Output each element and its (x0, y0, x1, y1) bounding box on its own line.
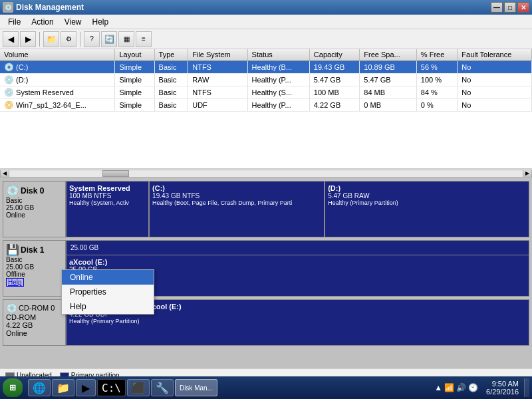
cdrom0-size: 4.22 GB (6, 321, 63, 329)
disk0-partition-c[interactable]: (C:) 19.43 GB NTFS Healthy (Boot, Page F… (150, 182, 325, 237)
window: 💿 Disk Management — □ ✕ File Action View… (0, 0, 532, 399)
menu-file[interactable]: File (3, 16, 26, 28)
col-type[interactable]: Type (154, 49, 188, 61)
cell-volume: 💿 System Reserved (0, 86, 115, 99)
table-row[interactable]: 💿 (D:) Simple Basic RAW Healthy (P... 5.… (0, 74, 532, 86)
table-row[interactable]: 💿 (C:) Simple Basic NTFS Healthy (B... 1… (0, 61, 532, 74)
back-button[interactable]: ◀ (3, 31, 19, 47)
window-title: Disk Management (16, 3, 491, 12)
taskbar-app-diskmgmt[interactable]: Disk Man... (175, 379, 217, 396)
col-fault[interactable]: Fault Tolerance (458, 49, 532, 61)
close-button[interactable]: ✕ (517, 2, 529, 13)
tray-arrow[interactable]: ▲ (434, 383, 442, 392)
ctx-online-label: Online (70, 273, 93, 282)
cell-fs: UDF (188, 99, 247, 112)
taskbar-app-media[interactable]: ▶ (76, 379, 96, 396)
tray-network[interactable]: 📶 (444, 383, 454, 392)
cell-fs: NTFS (188, 61, 247, 74)
taskbar-app-ie[interactable]: 🌐 (28, 379, 51, 396)
cell-layout: Simple (115, 74, 154, 86)
window-controls: — □ ✕ (491, 2, 529, 13)
col-capacity[interactable]: Capacity (309, 49, 359, 61)
cell-pct: 84 % (416, 86, 457, 99)
disk0-name: Disk 0 (21, 186, 44, 196)
title-bar: 💿 Disk Management — □ ✕ (0, 0, 532, 15)
maximize-button[interactable]: □ (504, 2, 516, 13)
p1-name: aXcool (E:) (69, 258, 526, 266)
disk1-status: Offline (6, 271, 63, 278)
ctx-properties[interactable]: Properties (62, 285, 154, 299)
col-pct[interactable]: % Free (416, 49, 457, 61)
extra-button-1[interactable]: ▦ (118, 31, 134, 47)
show-desktop-button[interactable] (524, 378, 529, 397)
help-button[interactable]: ? (84, 31, 100, 47)
cell-type: Basic (154, 74, 188, 86)
ctx-properties-label: Properties (70, 287, 106, 297)
cell-free: 0 MB (360, 99, 417, 112)
tray-volume[interactable]: 🔊 (456, 383, 466, 392)
forward-button[interactable]: ▶ (20, 31, 36, 47)
clock: 9:50 AM 6/29/2016 (483, 380, 521, 396)
col-free[interactable]: Free Spa... (360, 49, 417, 61)
cell-layout: Simple (115, 61, 154, 74)
start-icon: ⊞ (9, 383, 16, 392)
disk0-partition-d[interactable]: (D:) 5.47 GB RAW Healthy (Primary Partit… (325, 182, 529, 237)
ctx-online[interactable]: Online (62, 270, 154, 285)
col-layout[interactable]: Layout (115, 49, 154, 61)
disk0-partitions: System Reserved 100 MB NTFS Healthy (Sys… (66, 181, 529, 237)
cell-type: Basic (154, 86, 188, 99)
p0-d-size: 5.47 GB RAW (328, 192, 526, 200)
disk0-type: Basic (6, 197, 63, 204)
cell-pct: 0 % (416, 99, 457, 112)
p0-d-status: Healthy (Primary Partition) (328, 200, 526, 206)
p0-sysreserved-status: Healthy (System, Activ (69, 200, 146, 206)
col-volume[interactable]: Volume (0, 49, 115, 61)
cell-pct: 56 % (416, 61, 457, 74)
taskbar-app-cmd[interactable]: C:\ (97, 379, 126, 396)
properties-button[interactable]: ⚙ (61, 31, 76, 47)
table-row[interactable]: 📀 Win7_sp1_32-64_E... Simple Basic UDF H… (0, 99, 532, 112)
cdrom0-name: CD-ROM 0 (19, 304, 55, 312)
p0-d-name: (D:) (328, 184, 526, 192)
disk0-partition-sysreserved[interactable]: System Reserved 100 MB NTFS Healthy (Sys… (66, 182, 150, 237)
menu-view[interactable]: View (59, 16, 87, 28)
table-row[interactable]: 💿 System Reserved Simple Basic NTFS Heal… (0, 86, 532, 99)
app-icon: 💿 (3, 2, 13, 13)
minimize-button[interactable]: — (491, 2, 503, 13)
toolbar-separator-2 (80, 32, 80, 47)
disk1-name: Disk 1 (21, 245, 44, 255)
cell-status: Healthy (P... (247, 74, 309, 86)
disk0-size: 25.00 GB (6, 204, 63, 211)
disk1-label: 💾 Disk 1 Basic 25.00 GB Offline Help (3, 240, 66, 297)
col-fs[interactable]: File System (188, 49, 247, 61)
p0-c-name: (C:) (152, 184, 321, 192)
cell-volume: 💿 (D:) (0, 74, 115, 86)
taskbar-app-explorer[interactable]: 📁 (52, 379, 74, 396)
up-button[interactable]: 📁 (43, 31, 59, 47)
taskbar-app-tools[interactable]: 🔧 (151, 379, 174, 396)
refresh-button[interactable]: 🔄 (101, 31, 117, 47)
col-status[interactable]: Status (247, 49, 309, 61)
disk1-help-link[interactable]: Help (6, 278, 24, 287)
cell-pct: 100 % (416, 74, 457, 86)
menu-help[interactable]: Help (87, 16, 114, 28)
cell-layout: Simple (115, 99, 154, 112)
cell-fs: RAW (188, 74, 247, 86)
context-menu: Online Properties Help (61, 269, 154, 315)
p0-sysreserved-name: System Reserved (69, 184, 146, 192)
start-button[interactable]: ⊞ (3, 378, 23, 397)
horizontal-scrollbar[interactable]: ◀ ▶ (0, 169, 532, 178)
sys-tray: ▲ 📶 🔊 🕙 (432, 383, 481, 392)
taskbar-app-snap[interactable]: ⬛ (127, 379, 150, 396)
ctx-help[interactable]: Help (62, 299, 154, 314)
taskbar-apps: 🌐 📁 ▶ C:\ ⬛ 🔧 Disk Man... (28, 379, 217, 396)
extra-button-2[interactable]: ≡ (136, 31, 152, 47)
disk0-label: 💿 Disk 0 Basic 25.00 GB Online (3, 181, 66, 237)
cell-status: Healthy (P... (247, 99, 309, 112)
disk1-type: Basic (6, 256, 63, 263)
cell-volume: 💿 (C:) (0, 61, 115, 74)
cell-capacity: 5.47 GB (309, 74, 359, 86)
cell-capacity: 4.22 GB (309, 99, 359, 112)
menu-action[interactable]: Action (26, 16, 59, 28)
table-area: Volume Layout Type File System Status Ca… (0, 49, 532, 169)
